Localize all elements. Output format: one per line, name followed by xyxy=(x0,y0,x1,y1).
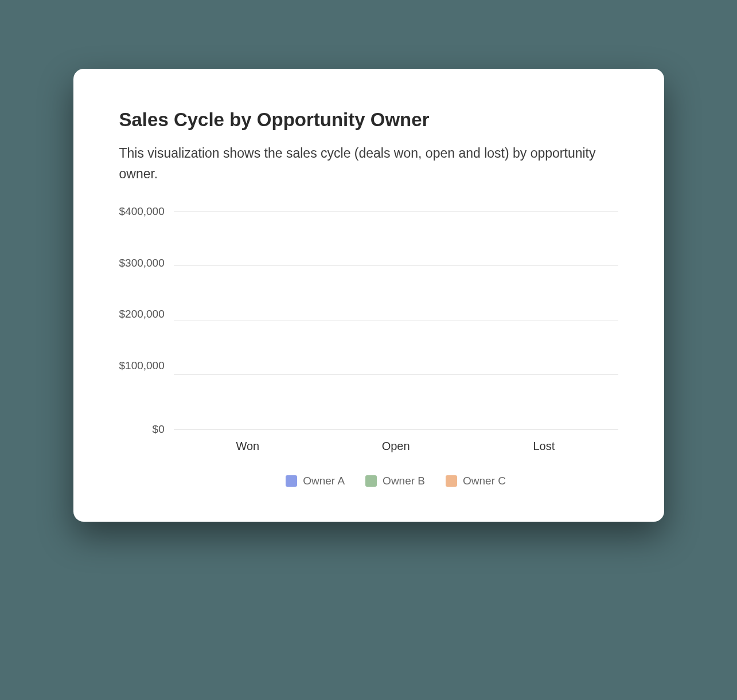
legend-item-owner-a: Owner A xyxy=(286,475,345,487)
x-axis: Won Open Lost xyxy=(174,440,618,453)
y-tick: $300,000 xyxy=(119,257,165,269)
bars-container xyxy=(174,212,618,429)
swatch-icon xyxy=(446,475,457,487)
x-label: Won xyxy=(196,440,299,453)
chart-title: Sales Cycle by Opportunity Owner xyxy=(119,109,618,131)
y-tick: $400,000 xyxy=(119,205,165,218)
legend-item-owner-b: Owner B xyxy=(365,475,425,487)
chart-subtitle: This visualization shows the sales cycle… xyxy=(119,143,618,184)
legend: Owner A Owner B Owner C xyxy=(174,475,618,487)
legend-item-owner-c: Owner C xyxy=(446,475,506,487)
chart-card: Sales Cycle by Opportunity Owner This vi… xyxy=(73,69,664,522)
y-tick: $0 xyxy=(153,423,165,436)
y-tick: $200,000 xyxy=(119,308,165,320)
y-axis: $400,000 $300,000 $200,000 $100,000 $0 xyxy=(119,212,174,429)
plot-outer: Won Open Lost Owner A Owner B Owner C xyxy=(174,212,618,487)
swatch-icon xyxy=(365,475,377,487)
legend-label: Owner C xyxy=(463,475,506,487)
plot xyxy=(174,212,618,429)
x-label: Lost xyxy=(492,440,595,453)
swatch-icon xyxy=(286,475,297,487)
y-tick: $100,000 xyxy=(119,359,165,372)
x-label: Open xyxy=(344,440,447,453)
legend-label: Owner B xyxy=(383,475,425,487)
chart-area: $400,000 $300,000 $200,000 $100,000 $0 W… xyxy=(119,212,618,487)
legend-label: Owner A xyxy=(303,475,345,487)
